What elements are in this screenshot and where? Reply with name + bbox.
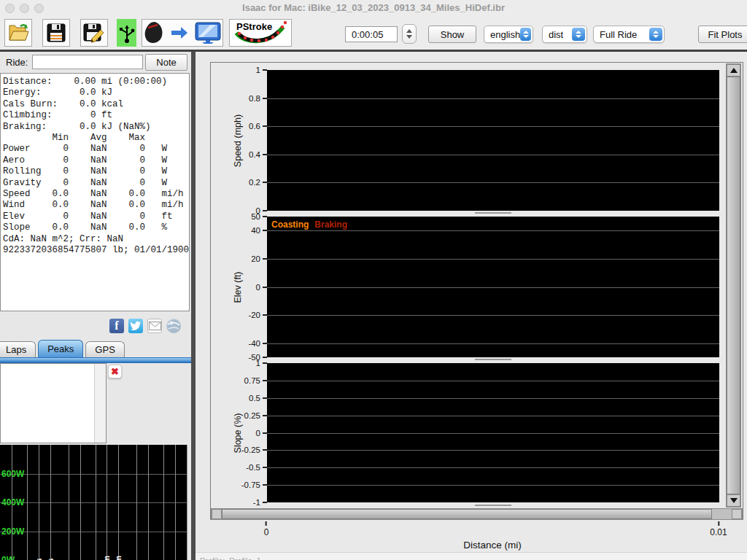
ride-label: Ride: [6,57,28,68]
y-tick: 0.5 [249,394,267,402]
time-field[interactable] [345,26,398,42]
facebook-icon[interactable]: f [109,319,124,333]
duration-tick-label: 2h [144,540,152,560]
scroll-down-button[interactable] [727,494,740,507]
speed-plot-area[interactable] [267,70,719,211]
show-button[interactable]: Show [428,26,476,43]
duration-tick-label: 10s [34,540,43,560]
horizontal-scroll-left-button[interactable] [212,509,222,519]
power-duration-plot-area[interactable]: 600W400W200W0W5s10s20s1m2m5m10m20m1h2h5h [0,445,187,560]
power-duration-chart[interactable]: 600W400W200W0W5s10s20s1m2m5m10m20m1h2h5h [0,445,187,560]
vertical-scroll-thumb[interactable] [727,77,740,494]
stats-line: Aero 0 NaN 0 W [3,155,189,166]
y-tick-label: 0.4 [249,150,260,159]
floppy-disk-pencil-icon [83,23,105,43]
plot-panel: Speed (mph) 10.80.60.40.20 Elev (ft) 504… [196,52,747,560]
speed-plot-row: Speed (mph) 10.80.60.40.20 [211,70,719,211]
duration-tick-label: 20m [114,540,123,560]
range-select-value: Full Ride [600,29,637,40]
bike-device-icon [143,21,165,44]
x-tick: 0 [264,521,269,537]
google-earth-icon[interactable] [166,319,181,333]
stats-line: Speed 0.0 NaN 0.0 mi/h [3,189,189,200]
gridline [0,502,187,503]
x-tick-label: 0.01 [710,527,727,537]
plot-splitter-handle[interactable] [475,505,511,506]
y-tick-label: 1 [256,66,260,74]
horizontal-scroll-right-button[interactable] [732,509,742,519]
plot-mode-select[interactable]: dist [542,26,587,43]
transfer-to-computer-button[interactable] [142,19,223,47]
gridline [267,398,719,399]
globe-icon [166,319,181,333]
tab-laps[interactable]: Laps [0,341,36,357]
x-tick: 0.01 [710,521,727,537]
gridline [175,445,176,560]
ride-name-input[interactable] [32,55,143,69]
twitter-bird-icon [130,321,142,331]
save-button[interactable] [42,19,70,47]
y-tick: -0.75 [241,481,267,489]
peaks-list[interactable] [0,363,107,443]
usb-download-button[interactable] [117,19,136,47]
horizontal-scroll-thumb[interactable] [222,509,712,519]
red-x-icon: ✖ [111,366,119,377]
email-icon[interactable] [147,319,162,333]
fit-plots-button[interactable]: Fit Plots [698,26,747,43]
stats-line: 9223372036854775807 lb; 01/01/1900 [3,245,189,256]
gridline [267,259,719,260]
save-as-button[interactable] [80,19,108,47]
time-stepper[interactable] [402,24,417,44]
status-strip: Profile: Profile 1 [196,552,747,560]
twitter-icon[interactable] [128,319,143,333]
elev-plot-row: Elev (ft) 5040200-20-40-50 CoastingBraki… [211,217,719,357]
vertical-scrollbar[interactable] [726,63,741,508]
elev-plot-area[interactable]: CoastingBraking [267,217,719,357]
y-tick-label: 1 [256,359,260,368]
y-tick: 50 [251,212,267,221]
y-tick-label: 0.2 [249,178,260,187]
stats-line: Power 0 NaN 0 W [3,144,189,155]
x-tick-dash [266,521,267,526]
y-tick: -0.25 [241,446,267,454]
y-tick: 0 [256,429,267,438]
slope-plot-area[interactable] [267,363,719,502]
tab-gps[interactable]: GPS [85,341,124,357]
units-select[interactable]: english [484,26,533,43]
clear-peaks-button[interactable]: ✖ [108,365,122,378]
power-tick-label: 0W [1,555,15,560]
speed-axis-ticks: 10.80.60.40.20 [211,70,267,211]
arrow-right-icon [171,26,188,39]
power-tick-label: 200W [1,526,24,537]
distance-axis-title: Distance (mi) [266,540,719,551]
y-tick: -20 [248,311,267,319]
peaks-list-scrollbar[interactable] [94,364,106,443]
tab-peaks[interactable]: Peaks [38,340,83,357]
stats-line: Braking: 0.0 kJ (NaN%) [3,122,189,133]
gridline [267,467,719,468]
tab-accent-bar [0,357,191,363]
x-tick-label: 0 [264,527,269,537]
gridline [267,126,719,127]
units-select-value: english [490,29,520,40]
gridline [0,532,187,532]
floppy-disk-icon [46,23,66,43]
gridline [267,343,719,344]
plot-splitter-handle[interactable] [475,212,511,214]
share-icons-row: f [109,319,181,333]
y-tick-label: 40 [251,226,260,235]
plot-splitter-handle[interactable] [475,359,511,360]
y-tick: 40 [251,226,267,235]
horizontal-scrollbar[interactable] [211,508,743,520]
y-tick-label: 0 [256,429,260,438]
open-file-button[interactable] [4,19,32,47]
stats-line: Rolling 0 NaN 0 W [3,166,189,177]
note-button[interactable]: Note [145,54,187,71]
duration-tick-label: 10m [102,540,111,560]
range-select[interactable]: Full Ride [593,26,665,43]
legend-braking: Braking [314,219,347,230]
y-tick-label: 0.75 [244,376,260,385]
pstroke-button[interactable]: PStroke [229,19,292,47]
stats-line: Min Avg Max [3,133,189,144]
scroll-up-button[interactable] [727,64,740,77]
